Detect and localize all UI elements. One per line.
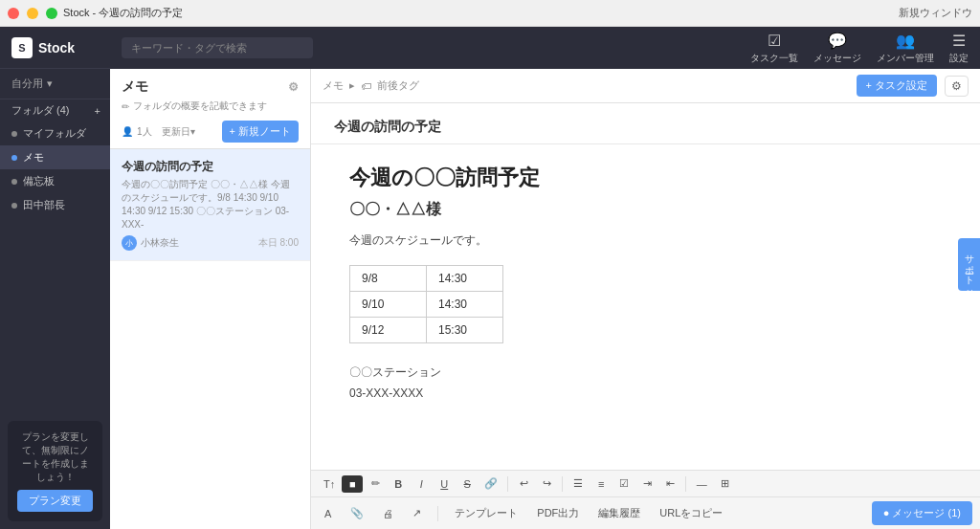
- logo-text: Stock: [38, 40, 75, 55]
- copy-url-label[interactable]: URLをコピー: [654, 503, 728, 523]
- dot-icon: [11, 131, 17, 137]
- upgrade-button[interactable]: プラン変更: [17, 490, 93, 512]
- table-row: 9/814:30: [350, 266, 503, 292]
- message-button[interactable]: ● メッセージ (1): [872, 501, 972, 525]
- user-chevron: ▾: [47, 77, 53, 90]
- check-list-button[interactable]: ☑: [613, 474, 635, 493]
- topbar-actions: + タスク設定 ⚙: [857, 75, 969, 97]
- link-button[interactable]: 🔗: [479, 474, 502, 493]
- settings-icon: ☰: [952, 32, 966, 50]
- color-button[interactable]: ■: [342, 475, 363, 493]
- note-preview: 今週の〇〇訪問予定 〇〇・△△様 今週のスケジュールです。9/8 14:30 9…: [122, 178, 299, 231]
- sidebar-item-memo[interactable]: メモ: [0, 145, 110, 169]
- note-item-0[interactable]: 今週の訪問の予定 今週の〇〇訪問予定 〇〇・△△様 今週のスケジュールです。9/…: [110, 149, 310, 261]
- minimize-btn[interactable]: [27, 8, 38, 19]
- text-color-button[interactable]: ✏: [365, 474, 386, 493]
- strikethrough-button[interactable]: S: [457, 475, 478, 493]
- share-button[interactable]: ↗: [407, 504, 427, 522]
- editor-content[interactable]: 今週の〇〇訪問予定 〇〇・△△様 今週のスケジュールです。 9/814:309/…: [311, 144, 980, 470]
- print-button[interactable]: 🖨: [377, 505, 399, 522]
- hr-button[interactable]: —: [691, 475, 712, 493]
- topnav-task-action[interactable]: ☑ タスク一覧: [750, 32, 798, 65]
- underline-button[interactable]: U: [434, 475, 455, 493]
- outdent-button[interactable]: ⇤: [659, 474, 680, 493]
- topnav-message-action[interactable]: 💬 メッセージ: [813, 32, 861, 65]
- notes-panel-header: メモ ⚙ ✏ フォルダの概要を記載できます 👤 1人 更新日▾: [110, 69, 310, 149]
- maximize-btn[interactable]: [46, 8, 57, 19]
- upgrade-text: プランを変更して、無制限にノートを作成しましょう！: [17, 430, 93, 484]
- text-size-button[interactable]: T↑: [319, 475, 340, 493]
- sidebar-folder-header: フォルダ (4) +: [0, 99, 110, 121]
- note-title-bar: 今週の訪問の予定: [334, 119, 957, 136]
- note-author: 小 小林奈生: [122, 235, 179, 251]
- attach-button[interactable]: 📎: [345, 504, 369, 522]
- task-settings-button[interactable]: + タスク設定: [857, 75, 937, 97]
- bold-button[interactable]: B: [388, 475, 409, 493]
- toolbar-sep-2: [562, 476, 563, 492]
- new-window-link[interactable]: 新規ウィンドウ: [899, 6, 972, 20]
- user-label: 自分用: [11, 77, 43, 91]
- sidebar-user[interactable]: 自分用 ▾: [0, 69, 110, 99]
- window-controls[interactable]: [8, 8, 57, 19]
- template-label[interactable]: テンプレート: [449, 503, 523, 523]
- member-label: メンバー管理: [877, 52, 934, 65]
- redo-button[interactable]: ↪: [536, 474, 557, 493]
- logo-icon: S: [11, 37, 33, 58]
- history-label[interactable]: 編集履歴: [592, 503, 646, 523]
- pdf-label[interactable]: PDF出力: [531, 503, 585, 523]
- sidebar: S Stock 自分用 ▾ フォルダ (4) + マイフォルダ メモ 備忘板: [0, 27, 110, 529]
- notes-panel-subtitle: ✏ フォルダの概要を記載できます: [122, 99, 299, 113]
- schedule-table: 9/814:309/1014:309/1215:30: [349, 265, 503, 343]
- table-cell-time: 14:30: [427, 292, 503, 318]
- window-title: Stock - 今週の訪問の予定: [63, 6, 183, 20]
- support-button[interactable]: サポート 報告付: [958, 238, 980, 292]
- editor-heading1: 今週の〇〇訪問予定: [349, 164, 942, 192]
- note-title: 今週の訪問の予定: [122, 159, 299, 175]
- member-icon: 👥: [896, 32, 915, 50]
- editor-gear-button[interactable]: ⚙: [945, 76, 969, 97]
- sidebar-item-myfolder[interactable]: マイフォルダ: [0, 121, 110, 145]
- toolbar-sep-3: [685, 476, 686, 492]
- titlebar-left: Stock - 今週の訪問の予定: [8, 6, 183, 20]
- italic-button[interactable]: I: [411, 475, 432, 493]
- sidebar-item-bibosita[interactable]: 備忘板: [0, 169, 110, 193]
- close-btn[interactable]: [8, 8, 19, 19]
- sidebar-logo: S Stock: [0, 27, 110, 69]
- panel-title-text: メモ: [122, 78, 148, 96]
- panel-settings-icon[interactable]: ⚙: [288, 80, 299, 94]
- toolbar-sep-bottom: [437, 506, 438, 521]
- breadcrumb-tag: 前後タグ: [377, 78, 419, 93]
- table-cell-date: 9/10: [350, 292, 427, 318]
- add-folder-icon[interactable]: +: [95, 105, 100, 117]
- settings-label: 設定: [949, 52, 969, 65]
- editor-title-bar: 今週の訪問の予定: [311, 103, 980, 144]
- table-cell-date: 9/12: [350, 318, 427, 343]
- table-button[interactable]: ⊞: [714, 474, 735, 493]
- ordered-list-button[interactable]: ≡: [590, 475, 612, 493]
- font-button[interactable]: A: [319, 505, 337, 522]
- undo-button[interactable]: ↩: [513, 474, 534, 493]
- message-icon: 💬: [828, 32, 847, 50]
- editor-topbar: メモ ▸ 🏷 前後タグ + タスク設定 ⚙: [311, 69, 980, 103]
- titlebar: Stock - 今週の訪問の予定 新規ウィンドウ: [0, 0, 980, 27]
- subtitle-pencil-icon: ✏: [122, 101, 129, 112]
- tag-icon: 🏷: [361, 80, 371, 92]
- sort-label: 更新日▾: [162, 125, 195, 139]
- editor-area: メモ ▸ 🏷 前後タグ + タスク設定 ⚙ 今週の訪問の予定: [311, 69, 980, 529]
- unordered-list-button[interactable]: ☰: [568, 474, 589, 493]
- sidebar-item-tanaka[interactable]: 田中部長: [0, 193, 110, 217]
- topnav-settings-action[interactable]: ☰ 設定: [949, 32, 969, 65]
- footnote-line1: 〇〇ステーション: [349, 363, 942, 384]
- topnav-member-action[interactable]: 👥 メンバー管理: [877, 32, 934, 65]
- topnav-actions: ☑ タスク一覧 💬 メッセージ 👥 メンバー管理 ☰ 設定: [750, 32, 969, 65]
- breadcrumb-sep: ▸: [349, 79, 355, 92]
- members-count: 1人: [137, 125, 152, 139]
- new-note-button[interactable]: + 新規ノート: [222, 121, 299, 143]
- indent-button[interactable]: ⇥: [636, 474, 657, 493]
- subtitle-text: フォルダの概要を記載できます: [133, 99, 267, 113]
- titlebar-right: 新規ウィンドウ: [899, 6, 972, 20]
- folder-label: フォルダ (4): [11, 103, 70, 118]
- notes-panel-controls: 👤 1人 更新日▾ + 新規ノート: [122, 121, 299, 143]
- author-avatar: 小: [122, 235, 137, 251]
- search-input[interactable]: [122, 37, 313, 58]
